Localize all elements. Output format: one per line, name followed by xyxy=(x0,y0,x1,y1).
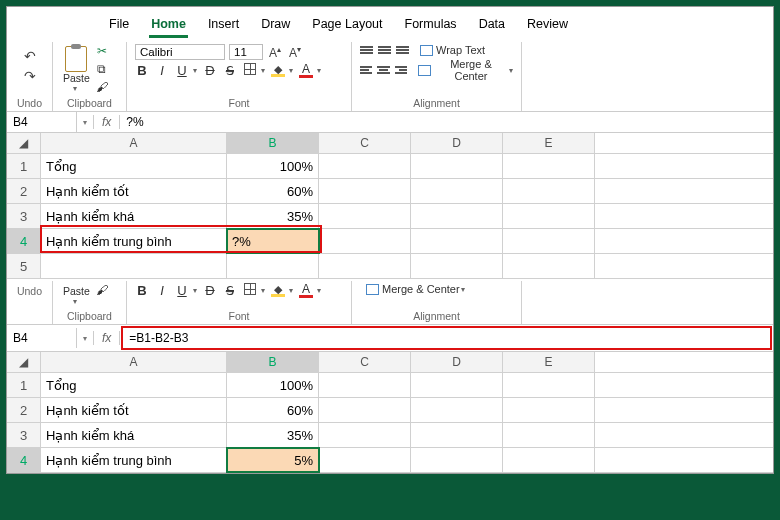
col-header-a[interactable]: A xyxy=(41,133,227,153)
cut-icon[interactable]: ✂ xyxy=(96,44,108,58)
formula-input[interactable]: ?% xyxy=(120,112,773,132)
cell[interactable] xyxy=(319,448,411,472)
cell[interactable] xyxy=(503,229,595,253)
paste-button[interactable]: Paste ▾ xyxy=(61,283,92,308)
cell[interactable]: Tổng xyxy=(41,373,227,397)
paste-button[interactable]: Paste ▾ xyxy=(61,44,92,95)
borders-button[interactable] xyxy=(243,63,257,78)
col-header-c[interactable]: C xyxy=(319,352,411,372)
align-bottom-icon[interactable] xyxy=(396,46,409,54)
strikethrough-button[interactable]: D xyxy=(203,63,217,78)
cell[interactable] xyxy=(411,179,503,203)
wrap-text-button[interactable]: Wrap Text xyxy=(420,44,485,56)
cell[interactable]: 60% xyxy=(227,398,319,422)
col-header-c[interactable]: C xyxy=(319,133,411,153)
row-header[interactable]: 2 xyxy=(7,179,41,203)
align-middle-icon[interactable] xyxy=(378,46,391,54)
strikethrough-button[interactable]: D xyxy=(203,283,217,298)
cell[interactable] xyxy=(503,398,595,422)
formula-input[interactable]: =B1-B2-B3 xyxy=(121,326,772,350)
row-header[interactable]: 2 xyxy=(7,398,41,422)
select-all-corner[interactable]: ◢ xyxy=(7,352,41,372)
cell[interactable]: 100% xyxy=(227,154,319,178)
align-right-icon[interactable] xyxy=(395,66,407,74)
bold-button[interactable]: B xyxy=(135,283,149,298)
increase-font-icon[interactable]: A▴ xyxy=(267,45,283,60)
cell[interactable] xyxy=(319,229,411,253)
col-header-e[interactable]: E xyxy=(503,352,595,372)
italic-button[interactable]: I xyxy=(155,283,169,298)
row-header[interactable]: 4 xyxy=(7,229,41,253)
cell[interactable]: Hạnh kiểm tốt xyxy=(41,179,227,203)
cell[interactable] xyxy=(411,254,503,278)
col-header-b[interactable]: B xyxy=(227,352,319,372)
font-size-select[interactable] xyxy=(229,44,263,60)
undo-icon[interactable]: ↶ xyxy=(24,48,36,64)
tab-insert[interactable]: Insert xyxy=(206,13,241,38)
cell[interactable]: 35% xyxy=(227,204,319,228)
cell[interactable] xyxy=(411,448,503,472)
cell[interactable] xyxy=(411,229,503,253)
col-header-d[interactable]: D xyxy=(411,352,503,372)
copy-icon[interactable]: ⧉ xyxy=(96,62,108,76)
tab-formulas[interactable]: Formulas xyxy=(403,13,459,38)
col-header-d[interactable]: D xyxy=(411,133,503,153)
font-color-button[interactable]: A xyxy=(299,63,313,78)
cell[interactable] xyxy=(319,204,411,228)
cell[interactable] xyxy=(503,254,595,278)
col-header-b[interactable]: B xyxy=(227,133,319,153)
merge-center-button[interactable]: Merge & Center ▾ xyxy=(418,58,513,82)
tab-file[interactable]: File xyxy=(107,13,131,38)
cell[interactable] xyxy=(411,398,503,422)
cell[interactable]: Hạnh kiểm tốt xyxy=(41,398,227,422)
double-strike-button[interactable]: S̶ xyxy=(223,283,237,298)
name-box[interactable]: B4 xyxy=(7,328,77,348)
redo-icon[interactable]: ↷ xyxy=(24,68,36,84)
cell[interactable] xyxy=(319,179,411,203)
fx-icon[interactable]: fx xyxy=(93,331,120,345)
align-center-icon[interactable] xyxy=(377,66,389,74)
col-header-e[interactable]: E xyxy=(503,133,595,153)
cell[interactable]: 100% xyxy=(227,373,319,397)
font-color-button[interactable]: A xyxy=(299,283,313,298)
cell[interactable] xyxy=(411,423,503,447)
cell[interactable]: Hạnh kiểm khá xyxy=(41,204,227,228)
underline-button[interactable]: U xyxy=(175,63,189,78)
tab-home[interactable]: Home xyxy=(149,13,188,38)
selected-cell[interactable]: 5% xyxy=(227,448,319,472)
bold-button[interactable]: B xyxy=(135,63,149,78)
row-header[interactable]: 4 xyxy=(7,448,41,472)
cell[interactable] xyxy=(411,204,503,228)
cell[interactable] xyxy=(503,204,595,228)
tab-draw[interactable]: Draw xyxy=(259,13,292,38)
cell[interactable]: Hạnh kiểm trung bình xyxy=(41,229,227,253)
row-header[interactable]: 5 xyxy=(7,254,41,278)
font-name-select[interactable] xyxy=(135,44,225,60)
merge-center-button[interactable]: Merge & Center ▾ xyxy=(366,283,465,295)
borders-button[interactable] xyxy=(243,283,257,298)
col-header-a[interactable]: A xyxy=(41,352,227,372)
cell[interactable] xyxy=(503,154,595,178)
format-painter-icon[interactable]: 🖌 xyxy=(96,80,108,94)
tab-page-layout[interactable]: Page Layout xyxy=(310,13,384,38)
cell[interactable]: 35% xyxy=(227,423,319,447)
align-top-icon[interactable] xyxy=(360,46,373,54)
decrease-font-icon[interactable]: A▾ xyxy=(287,45,303,60)
fill-color-button[interactable]: ◆ xyxy=(271,284,285,297)
italic-button[interactable]: I xyxy=(155,63,169,78)
cell[interactable] xyxy=(319,373,411,397)
row-header[interactable]: 3 xyxy=(7,423,41,447)
row-header[interactable]: 1 xyxy=(7,373,41,397)
select-all-corner[interactable]: ◢ xyxy=(7,133,41,153)
tab-review[interactable]: Review xyxy=(525,13,570,38)
fx-icon[interactable]: fx xyxy=(93,115,120,129)
row-header[interactable]: 3 xyxy=(7,204,41,228)
underline-button[interactable]: U xyxy=(175,283,189,298)
name-box[interactable]: B4 xyxy=(7,112,77,132)
tab-data[interactable]: Data xyxy=(477,13,507,38)
cell[interactable] xyxy=(503,179,595,203)
cell[interactable] xyxy=(411,373,503,397)
row-header[interactable]: 1 xyxy=(7,154,41,178)
double-strike-button[interactable]: S̶ xyxy=(223,63,237,78)
cell[interactable] xyxy=(503,373,595,397)
